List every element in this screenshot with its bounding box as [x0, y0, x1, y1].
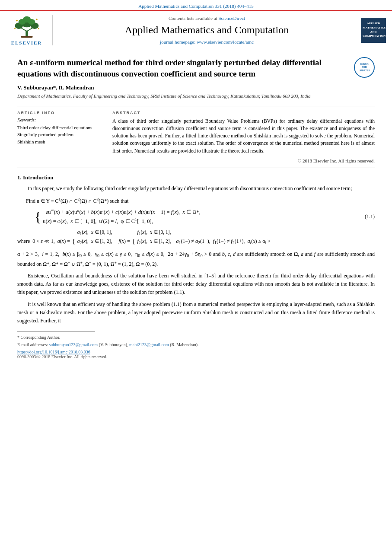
equation-content: −εu‴(x) + a(x)u″(x) + b(x)u′(x) + c(x)u(… — [43, 209, 352, 225]
email-line: E-mail addresses: subburayan123@gmail.co… — [17, 341, 375, 348]
homepage-url[interactable]: www.elsevier.com/locate/amc — [197, 39, 254, 45]
journal-header: ELSEVIER Contents lists available at Sci… — [0, 10, 392, 49]
sciencedirect-link[interactable]: ScienceDirect — [218, 16, 245, 21]
abstract-label: ABSTRACT — [112, 111, 375, 115]
eq-line-1: −εu‴(x) + a(x)u″(x) + b(x)u′(x) + c(x)u(… — [43, 209, 352, 216]
sciencedirect-line: Contents lists available at ScienceDirec… — [57, 16, 357, 21]
doi-link[interactable]: https://doi.org/10.1016/j.amc.2018.03.03… — [17, 350, 375, 354]
amc-logo: APPLIEDMATHEMATICSANDCOMPUTATION — [357, 15, 387, 45]
article-content: An ε-uniform numerical method for third … — [0, 49, 392, 363]
svg-point-12 — [14, 28, 16, 29]
corresponding-author: * Corresponding Author. — [17, 334, 375, 341]
divider-1 — [17, 106, 375, 106]
divider-2 — [17, 168, 375, 168]
article-info-abstract: ARTICLE INFO Keywords: Third order delay… — [17, 111, 375, 163]
brace-icon: { — [35, 210, 41, 224]
authors: V. Subburayan*, R. Mahendran — [17, 84, 375, 91]
email-1[interactable]: subburayan123@gmail.com — [49, 342, 98, 347]
article-info-label: ARTICLE INFO — [17, 111, 104, 115]
journal-title: Applied Mathematics and Computation — [57, 24, 357, 36]
svg-rect-9 — [21, 36, 33, 38]
keywords-list: Third order delay differential equations… — [17, 124, 104, 146]
intro-para-1: In this paper, we study the following th… — [17, 185, 375, 193]
keyword-3: Shishkin mesh — [17, 138, 104, 146]
journal-center: Contents lists available at ScienceDirec… — [57, 15, 357, 45]
intro-para-2: Existence, Oscillation and boundedness o… — [17, 272, 375, 297]
elsevier-tree-icon — [10, 15, 44, 38]
keyword-2: Singularly perturbed problem — [17, 131, 104, 138]
where-text-1: where 0 < ε ≪ 1, a(x) = { a1(x), x ∈ [0,… — [17, 228, 375, 246]
article-title: An ε-uniform numerical method for third … — [17, 57, 349, 79]
amc-box: APPLIEDMATHEMATICSANDCOMPUTATION — [361, 18, 386, 43]
where-text-2: α + 2 > 3, i = 1, 2, b(x) ≥ β0 ≥ 0, γ0 ≤… — [17, 250, 375, 269]
find-line: Find u ∈ Y = C1(Ω̄) ∩ C2(Ω) ∩ C3(Ω*) suc… — [26, 196, 375, 205]
journal-citation: Applied Mathematics and Computation 331 … — [0, 0, 392, 10]
footnote-divider — [17, 331, 95, 331]
section-1-title: 1. Introduction — [17, 174, 375, 181]
svg-rect-0 — [25, 31, 28, 37]
email-2[interactable]: mahi2123@gmail.com — [129, 342, 169, 347]
abstract-text: A class of third order singularly pertur… — [112, 118, 375, 155]
issn-line: 0096-3003/© 2018 Elsevier Inc. All right… — [17, 354, 375, 359]
copyright: © 2018 Elsevier Inc. All rights reserved… — [112, 158, 375, 163]
elsevier-logo: ELSEVIER — [5, 15, 53, 45]
intro-para-3: It is well known that an efficient way o… — [17, 300, 375, 325]
elsevier-label: ELSEVIER — [11, 40, 42, 45]
article-info: ARTICLE INFO Keywords: Third order delay… — [17, 111, 104, 163]
eq-number-1-1: (1.1) — [365, 213, 375, 220]
svg-point-11 — [36, 19, 38, 20]
svg-point-8 — [22, 16, 30, 23]
svg-point-10 — [16, 20, 18, 22]
page: Applied Mathematics and Computation 331 … — [0, 0, 392, 535]
abstract: ABSTRACT A class of third order singular… — [112, 111, 375, 163]
journal-homepage: journal homepage: www.elsevier.com/locat… — [57, 39, 357, 45]
affiliation: Department of Mathematics, Faculty of En… — [17, 93, 375, 99]
svg-point-13 — [38, 28, 39, 29]
check-updates-badge: CHECKFORUPDATES — [354, 57, 375, 78]
keywords-label: Keywords: — [17, 118, 104, 122]
keyword-1: Third order delay differential equations — [17, 124, 104, 131]
eq-line-2: u(x) = φ(x), x ∈ [−1, 0], u′(2) = l, φ ∈… — [43, 217, 352, 225]
equation-1-1: { −εu‴(x) + a(x)u″(x) + b(x)u′(x) + c(x)… — [35, 209, 375, 225]
